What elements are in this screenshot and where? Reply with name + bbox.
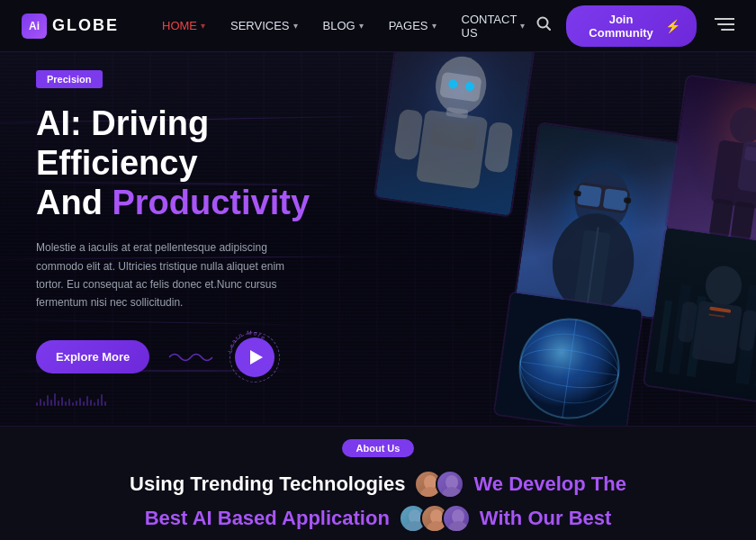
hero-image-collage (289, 52, 756, 426)
nav-item-contact[interactable]: CONTACT US ▾ (451, 7, 536, 45)
search-icon[interactable] (536, 15, 552, 36)
chevron-down-icon: ▾ (520, 21, 525, 31)
video-button-wrap[interactable]: Learn More (235, 338, 274, 377)
about-badge: About Us (342, 439, 415, 457)
chevron-down-icon: ▾ (293, 21, 298, 31)
chevron-down-icon: ▾ (201, 21, 205, 31)
precision-badge: Precision (36, 70, 103, 88)
hero-image-robot (374, 52, 536, 218)
navbar: Ai GLOBE HOME ▾ SERVICES ▾ BLOG ▾ PAGES … (0, 0, 756, 52)
avatars-group-1 (414, 470, 464, 499)
nav-right: Join Community ⚡ (536, 5, 734, 47)
explore-more-button[interactable]: Explore More (36, 340, 149, 374)
svg-rect-15 (374, 52, 535, 218)
svg-point-72 (448, 521, 468, 533)
chevron-down-icon: ▾ (432, 21, 436, 31)
nav-item-blog[interactable]: BLOG ▾ (312, 14, 374, 38)
squiggly-line-icon (167, 347, 217, 367)
logo[interactable]: Ai GLOBE (22, 14, 119, 39)
logo-icon: Ai (22, 14, 47, 39)
nav-item-home[interactable]: HOME ▾ (151, 14, 216, 38)
about-section: About Us Using Trending Technologies (0, 426, 756, 540)
avatar (442, 504, 471, 533)
hero-title: AI: Driving Efficiency And Productivity (36, 104, 342, 222)
nav-item-services[interactable]: SERVICES ▾ (220, 14, 309, 38)
about-line1: Using Trending Technologies We Develop T… (130, 470, 626, 499)
about-line2: Best AI Based Application (145, 504, 612, 533)
svg-rect-19 (577, 184, 602, 207)
hero-description: Molestie a iaculis at erat pellentesque … (36, 238, 306, 312)
chevron-down-icon: ▾ (359, 21, 364, 31)
play-button[interactable] (235, 338, 274, 377)
hero-image-backpack (664, 74, 756, 248)
svg-rect-22 (624, 197, 632, 203)
about-title: Using Trending Technologies We Develop T… (130, 470, 626, 499)
avatar (436, 470, 464, 499)
avatars-group-2 (399, 504, 471, 533)
about-title-row2: Best AI Based Application (145, 502, 612, 533)
join-community-button[interactable]: Join Community ⚡ (566, 5, 697, 47)
svg-rect-21 (573, 190, 581, 196)
hero-image-globe (493, 291, 644, 426)
lightning-icon: ⚡ (665, 19, 680, 33)
nav-links: HOME ▾ SERVICES ▾ BLOG ▾ PAGES ▾ CONTACT… (151, 7, 536, 45)
svg-point-66 (442, 487, 462, 499)
svg-line-1 (547, 27, 551, 31)
hero-section: Precision AI: Driving Efficiency And Pro… (0, 52, 756, 426)
nav-item-pages[interactable]: PAGES ▾ (378, 14, 447, 38)
logo-text: GLOBE (52, 16, 119, 35)
menu-icon[interactable] (715, 15, 734, 36)
